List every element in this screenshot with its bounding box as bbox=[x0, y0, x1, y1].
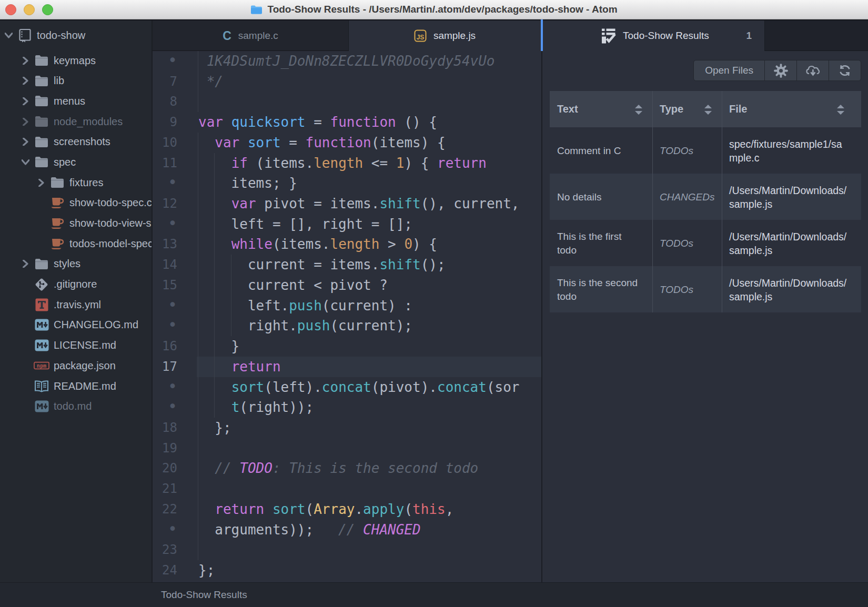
code-line-text: t(right)); bbox=[198, 397, 314, 418]
git-icon bbox=[34, 277, 49, 292]
tree-item-label: node_modules bbox=[54, 116, 123, 128]
tree-item--gitignore[interactable]: .gitignore bbox=[0, 274, 152, 295]
line-number: 11 bbox=[153, 153, 177, 174]
tree-item-label: todo.md bbox=[54, 400, 92, 412]
repo-icon bbox=[17, 28, 33, 43]
tree-item-menus[interactable]: menus bbox=[0, 91, 152, 112]
code-line[interactable]: 7 */ bbox=[153, 72, 542, 92]
code-line[interactable]: 22 return sort(Array.apply(this, bbox=[153, 499, 542, 520]
code-line[interactable]: 18 }; bbox=[153, 418, 542, 438]
code-line[interactable]: 20 // TODO: This is the second todo bbox=[153, 458, 542, 479]
code-line[interactable]: • arguments)); // CHANGED bbox=[153, 520, 542, 540]
code-line[interactable]: 8 bbox=[153, 92, 542, 112]
code-line-text: sort(left).concat(pivot).concat(sor bbox=[198, 377, 520, 398]
tree-item-todo-md[interactable]: todo.md bbox=[0, 396, 152, 417]
code-line[interactable]: • 1K4DSumtJ_DoNn8ZECZLLVR0DoGydy54vUo bbox=[153, 51, 542, 72]
tree-item-node-modules[interactable]: node_modules bbox=[0, 112, 152, 132]
column-header-type[interactable]: Type bbox=[652, 91, 722, 127]
soft-wrap-bullet: • bbox=[153, 316, 177, 336]
export-button[interactable] bbox=[797, 60, 829, 81]
code-line[interactable]: • t(right)); bbox=[153, 397, 542, 418]
code-line[interactable]: 24}; bbox=[153, 560, 542, 581]
book-icon bbox=[34, 380, 49, 392]
settings-button[interactable] bbox=[765, 60, 797, 81]
active-pane-accent bbox=[541, 19, 543, 51]
minimize-window-button[interactable] bbox=[24, 4, 35, 15]
svg-text:npm: npm bbox=[37, 363, 46, 369]
code-line[interactable]: • right.push(current); bbox=[153, 316, 542, 336]
travis-icon bbox=[34, 298, 49, 311]
code-line[interactable]: 14 current = items.shift(); bbox=[153, 255, 542, 275]
code-line[interactable]: 9var quicksort = function () { bbox=[153, 112, 542, 133]
code-line-text: 1K4DSumtJ_DoNn8ZECZLLVR0DoGydy54vUo bbox=[198, 51, 495, 72]
code-line[interactable]: 21 bbox=[153, 479, 542, 499]
soft-wrap-bullet: • bbox=[153, 397, 177, 418]
tree-list: todo-showkeymapslibmenusnode_modulesscre… bbox=[0, 21, 152, 417]
code-line[interactable]: 12 var pivot = items.shift(), current, bbox=[153, 194, 542, 214]
chevron-right-icon bbox=[20, 57, 31, 65]
cell-text: No details bbox=[550, 174, 652, 220]
tree-item-keymaps[interactable]: keymaps bbox=[0, 50, 152, 71]
tree-item-spec[interactable]: spec bbox=[0, 152, 152, 173]
column-header-file[interactable]: File bbox=[722, 91, 861, 127]
tree-item-show-todo-spec-coffee[interactable]: show-todo-spec.coffee bbox=[0, 193, 152, 214]
tree-item-todos-model-spec-coffee[interactable]: todos-model-spec.coffee bbox=[0, 234, 152, 254]
code-line[interactable]: 10 var sort = function(items) { bbox=[153, 133, 542, 153]
refresh-button[interactable] bbox=[829, 60, 861, 81]
chevron-down-icon bbox=[20, 159, 31, 165]
open-files-button[interactable]: Open Files bbox=[693, 60, 765, 81]
line-number: 21 bbox=[153, 479, 177, 499]
code-line[interactable]: 19 bbox=[153, 438, 542, 459]
tree-item-package-json[interactable]: npmpackage.json bbox=[0, 356, 152, 376]
zoom-window-button[interactable] bbox=[42, 4, 53, 15]
tree-item--travis-yml[interactable]: .travis.yml bbox=[0, 295, 152, 315]
tab-todo-show-results[interactable]: Todo-Show Results 1 bbox=[542, 21, 765, 51]
todo-show-pane: Todo-Show Results 1 Open Files bbox=[542, 21, 868, 582]
todo-table-row[interactable]: This is the first todoTODOs/Users/Martin… bbox=[550, 220, 861, 266]
tab-sample-js[interactable]: JS sample.js bbox=[349, 21, 541, 51]
code-line[interactable]: 16 } bbox=[153, 336, 542, 357]
code-line[interactable]: • sort(left).concat(pivot).concat(sor bbox=[153, 377, 542, 398]
coffee-icon bbox=[49, 197, 65, 209]
tree-item-lib[interactable]: lib bbox=[0, 70, 152, 91]
table-body: Comment in CTODOsspec/fixtures/sample1/s… bbox=[550, 127, 861, 312]
tree-item-screenshots[interactable]: screenshots bbox=[0, 131, 152, 152]
coffee-icon bbox=[49, 217, 65, 229]
soft-wrap-bullet: • bbox=[153, 296, 177, 316]
chevron-right-icon bbox=[20, 260, 31, 268]
code-line[interactable]: 23 bbox=[153, 540, 542, 560]
tree-item-todo-show[interactable]: todo-show bbox=[0, 25, 152, 46]
code-line[interactable]: 13 while(items.length > 0) { bbox=[153, 234, 542, 255]
close-window-button[interactable] bbox=[5, 4, 16, 15]
tree-item-label: show-todo-spec.coffee bbox=[69, 197, 152, 209]
tree-item-changelog-md[interactable]: CHANGELOG.md bbox=[0, 315, 152, 336]
tree-item-readme-md[interactable]: README.md bbox=[0, 376, 152, 397]
todo-table-row[interactable]: Comment in CTODOsspec/fixtures/sample1/s… bbox=[550, 127, 861, 174]
code-editor[interactable]: • 1K4DSumtJ_DoNn8ZECZLLVR0DoGydy54vUo7 *… bbox=[153, 51, 542, 582]
pane-divider[interactable] bbox=[541, 51, 542, 582]
tree-item-show-todo-view-spec-coffee[interactable]: show-todo-view-spec.coffee bbox=[0, 213, 152, 234]
tree-item-license-md[interactable]: LICENSE.md bbox=[0, 335, 152, 356]
code-line-cursor[interactable]: 17 return bbox=[153, 357, 542, 377]
todo-table-row[interactable]: No detailsCHANGEDs/Users/Martin/Download… bbox=[550, 174, 861, 220]
editor-tab-bar: C sample.c JS sample.js bbox=[153, 21, 542, 51]
tree-item-styles[interactable]: styles bbox=[0, 254, 152, 275]
code-line[interactable]: • left.push(current) : bbox=[153, 296, 542, 316]
markdown-icon bbox=[34, 400, 49, 412]
code-line[interactable]: • left = [], right = []; bbox=[153, 214, 542, 235]
coffee-icon bbox=[49, 238, 65, 250]
code-line[interactable]: 11 if (items.length <= 1) { return bbox=[153, 153, 542, 174]
todo-table-row[interactable]: This is the second todoTODOs/Users/Marti… bbox=[550, 266, 861, 312]
code-line[interactable]: 15 current < pivot ? bbox=[153, 275, 542, 296]
line-number: 15 bbox=[153, 275, 177, 296]
tree-item-fixtures[interactable]: fixtures bbox=[0, 173, 152, 193]
cell-type: TODOs bbox=[652, 220, 722, 266]
tab-sample-c[interactable]: C sample.c bbox=[153, 21, 349, 51]
tree-item-label: .gitignore bbox=[54, 278, 97, 290]
workspace: todo-showkeymapslibmenusnode_modulesscre… bbox=[0, 19, 868, 582]
status-bar: Todo-Show Results bbox=[0, 582, 868, 607]
sort-arrows-icon bbox=[702, 104, 714, 118]
code-line[interactable]: • items; } bbox=[153, 173, 542, 194]
tab-label: Todo-Show Results bbox=[623, 30, 709, 42]
column-header-text[interactable]: Text bbox=[550, 91, 652, 127]
